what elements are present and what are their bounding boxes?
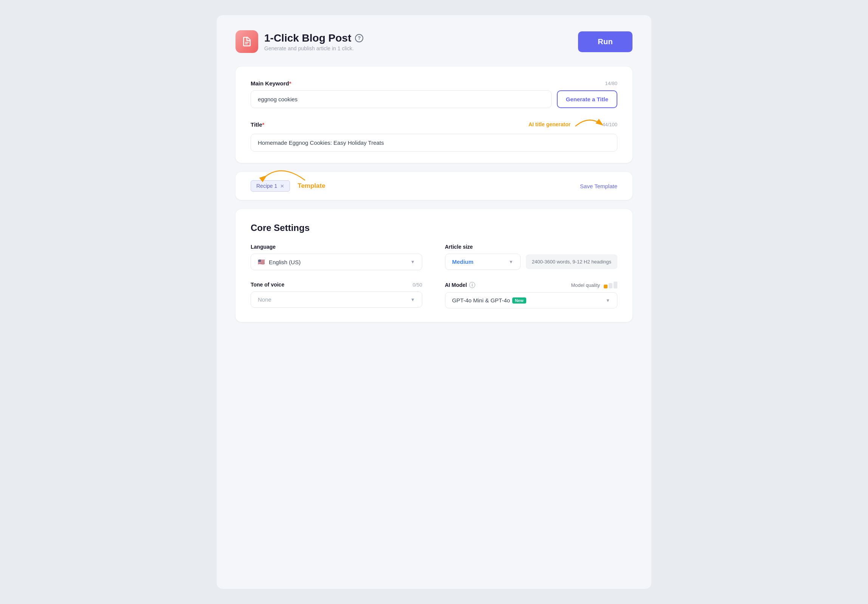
keyword-row: Generate a Title [251,90,617,108]
app-subtitle: Generate and publish article in 1 click. [264,45,363,51]
generate-title-button[interactable]: Generate a Title [557,90,617,108]
ai-model-select[interactable]: GPT-4o Mini & GPT-4o New ▼ [445,292,617,308]
core-settings-title: Core Settings [251,223,617,233]
quality-bar-3 [614,282,617,288]
title-field-header: Title* AI title generator [251,119,617,130]
tone-label: Tone of voice [251,282,284,288]
tone-group: Tone of voice 0/50 None ▼ [251,282,422,308]
quality-bars [604,282,617,288]
quality-bar-1 [604,285,608,288]
article-size-group: Article size Medium ▼ 2400-3600 words, 9… [445,244,617,270]
keyword-input[interactable] [251,90,552,108]
title-input[interactable] [251,134,617,152]
app-icon [236,30,258,53]
template-annotation-container: Template [298,182,325,190]
ai-model-chevron-icon: ▼ [606,298,610,303]
settings-grid: Language 🇺🇸 English (US) ▼ Article size … [251,244,617,308]
title-required-star: * [262,121,265,128]
help-icon[interactable]: ? [355,34,363,42]
keyword-char-count: 14/80 [605,81,617,86]
tone-char-count: 0/50 [412,282,422,288]
article-size-chevron-icon: ▼ [509,259,513,265]
model-quality-label: Model quality [571,282,600,288]
new-badge: New [512,297,526,304]
app-title: 1-Click Blog Post ? [264,32,363,44]
ai-model-info-icon[interactable]: i [469,282,475,288]
template-left: Recipe 1 ✕ Template [251,180,326,192]
ai-model-value: GPT-4o Mini & GPT-4o [452,297,510,304]
article-size-value: Medium [452,259,474,265]
ai-model-header: AI Model i Model quality [445,282,617,288]
quality-bar-2 [609,283,612,288]
svg-rect-1 [245,43,248,44]
save-template-button[interactable]: Save Template [580,183,617,189]
keyword-label: Main Keyword* [251,80,291,87]
tone-select[interactable]: None ▼ [251,291,422,308]
document-icon [241,36,253,47]
ai-model-label: AI Model i [445,282,475,288]
tone-value: None [258,296,271,303]
core-settings-section: Core Settings Language 🇺🇸 English (US) ▼… [236,209,632,322]
ai-model-group: AI Model i Model quality GPT-4o [445,282,617,308]
ai-arrow-icon [574,119,604,130]
language-select[interactable]: 🇺🇸 English (US) ▼ [251,254,422,270]
tone-header: Tone of voice 0/50 [251,282,422,288]
keyword-field-header: Main Keyword* 14/80 [251,80,617,87]
template-arrow-icon [260,165,309,186]
title-label: Title* [251,121,264,128]
title-char-count: 44/100 [602,122,617,127]
article-size-info-badge: 2400-3600 words, 9-12 H2 headings [526,254,617,269]
page-container: 1-Click Blog Post ? Generate and publish… [217,15,651,589]
language-value: 🇺🇸 English (US) [258,259,301,265]
required-star: * [289,80,291,87]
app-title-text: 1-Click Blog Post [264,32,351,44]
run-button[interactable]: Run [578,31,632,52]
language-group: Language 🇺🇸 English (US) ▼ [251,244,422,270]
main-form-card: Main Keyword* 14/80 Generate a Title Tit… [236,67,632,163]
language-label: Language [251,244,422,250]
article-size-row: Medium ▼ 2400-3600 words, 9-12 H2 headin… [445,254,617,270]
ai-model-value-container: GPT-4o Mini & GPT-4o New [452,297,526,304]
language-chevron-icon: ▼ [411,259,415,265]
app-title-group: 1-Click Blog Post ? Generate and publish… [264,32,363,51]
header-left: 1-Click Blog Post ? Generate and publish… [236,30,363,53]
ai-title-annotation: AI title generator [529,121,570,127]
article-size-label: Article size [445,244,617,250]
header: 1-Click Blog Post ? Generate and publish… [236,30,632,53]
tone-chevron-icon: ▼ [411,297,415,302]
template-section: Recipe 1 ✕ Template Save Template [236,172,632,200]
language-flag: 🇺🇸 [258,259,265,265]
model-quality-container: Model quality [571,282,617,288]
language-text: English (US) [269,259,301,265]
svg-rect-0 [245,42,249,43]
article-size-select[interactable]: Medium ▼ [445,254,521,270]
